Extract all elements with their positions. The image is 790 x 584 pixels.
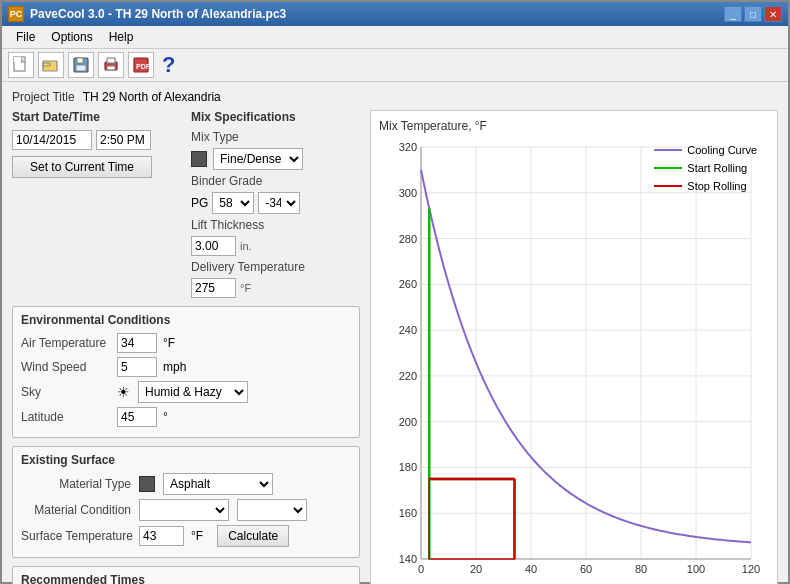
svg-rect-9 bbox=[107, 66, 115, 70]
wind-speed-input[interactable] bbox=[117, 357, 157, 377]
material-condition-select[interactable] bbox=[139, 499, 229, 521]
open-button[interactable] bbox=[38, 52, 64, 78]
lift-thickness-row: Lift Thickness bbox=[191, 218, 360, 232]
export-pdf-button[interactable]: PDF bbox=[128, 52, 154, 78]
svg-rect-5 bbox=[77, 58, 83, 63]
delivery-unit: °F bbox=[240, 282, 251, 294]
mix-type-input-row: Fine/Dense bbox=[191, 148, 360, 170]
date-input[interactable] bbox=[12, 130, 92, 150]
project-title-value: TH 29 North of Alexandria bbox=[83, 90, 221, 104]
legend-cooling-label: Cooling Curve bbox=[687, 141, 757, 159]
sky-select[interactable]: Clear Partly Cloudy Overcast Humid & Haz… bbox=[138, 381, 248, 403]
svg-text:PDF: PDF bbox=[136, 63, 150, 70]
pg-value2-select[interactable]: -34 bbox=[258, 192, 300, 214]
content-area: Project Title TH 29 North of Alexandria … bbox=[2, 82, 788, 584]
material-type-label: Material Type bbox=[21, 477, 131, 491]
legend-stop-rolling-label: Stop Rolling bbox=[687, 177, 746, 195]
binder-grade-row: Binder Grade bbox=[191, 174, 360, 188]
chart-title: Mix Temperature, °F bbox=[379, 119, 769, 133]
chart-legend: Cooling Curve Start Rolling Stop Rolling bbox=[654, 141, 757, 195]
stop-rolling-line bbox=[654, 185, 682, 187]
surface-temp-label: Surface Temperature bbox=[21, 529, 131, 543]
lift-unit: in. bbox=[240, 240, 252, 252]
air-temp-row: Air Temperature °F bbox=[21, 333, 351, 353]
delivery-inputs: °F bbox=[191, 278, 360, 298]
svg-rect-1 bbox=[14, 57, 21, 62]
legend-stop-rolling: Stop Rolling bbox=[654, 177, 757, 195]
delivery-temp-label: Delivery Temperature bbox=[191, 260, 305, 274]
mix-type-select[interactable]: Fine/Dense bbox=[213, 148, 303, 170]
minimize-button[interactable]: _ bbox=[724, 6, 742, 22]
air-temp-unit: °F bbox=[163, 336, 175, 350]
menu-file[interactable]: File bbox=[8, 28, 43, 46]
sky-label: Sky bbox=[21, 385, 111, 399]
delivery-value-input[interactable] bbox=[191, 278, 236, 298]
help-button[interactable]: ? bbox=[162, 52, 175, 78]
project-title-label: Project Title bbox=[12, 90, 75, 104]
material-type-row: Material Type Asphalt bbox=[21, 473, 351, 495]
surface-temp-input[interactable] bbox=[139, 526, 184, 546]
close-button[interactable]: ✕ bbox=[764, 6, 782, 22]
title-bar: PC PaveCool 3.0 - TH 29 North of Alexand… bbox=[2, 2, 788, 26]
project-title-row: Project Title TH 29 North of Alexandria bbox=[12, 90, 778, 104]
legend-cooling: Cooling Curve bbox=[654, 141, 757, 159]
surface-temp-row: Surface Temperature °F Calculate bbox=[21, 525, 351, 547]
pg-label: PG bbox=[191, 196, 208, 210]
wind-speed-row: Wind Speed mph bbox=[21, 357, 351, 377]
air-temp-label: Air Temperature bbox=[21, 336, 111, 350]
title-bar-left: PC PaveCool 3.0 - TH 29 North of Alexand… bbox=[8, 6, 286, 22]
menu-bar: File Options Help bbox=[2, 26, 788, 49]
latitude-input[interactable] bbox=[117, 407, 157, 427]
delivery-temp-row: Delivery Temperature bbox=[191, 260, 360, 274]
existing-surface-label: Existing Surface bbox=[21, 453, 351, 467]
wind-speed-unit: mph bbox=[163, 360, 186, 374]
air-temp-input[interactable] bbox=[117, 333, 157, 353]
latitude-label: Latitude bbox=[21, 410, 111, 424]
binder-grade-label: Binder Grade bbox=[191, 174, 262, 188]
svg-rect-8 bbox=[107, 58, 115, 63]
lift-inputs: in. bbox=[191, 236, 360, 256]
latitude-row: Latitude ° bbox=[21, 407, 351, 427]
app-icon: PC bbox=[8, 6, 24, 22]
new-button[interactable] bbox=[8, 52, 34, 78]
set-current-time-button[interactable]: Set to Current Time bbox=[12, 156, 152, 178]
lift-value-input[interactable] bbox=[191, 236, 236, 256]
material-condition-select2[interactable] bbox=[237, 499, 307, 521]
print-button[interactable] bbox=[98, 52, 124, 78]
latitude-unit: ° bbox=[163, 410, 168, 424]
existing-surface-section: Existing Surface Material Type Asphalt M… bbox=[12, 446, 360, 558]
calculate-button[interactable]: Calculate bbox=[217, 525, 289, 547]
environmental-section: Environmental Conditions Air Temperature… bbox=[12, 306, 360, 438]
pg-value1-select[interactable]: 58 bbox=[212, 192, 254, 214]
main-area: Start Date/Time Set to Current Time Mix … bbox=[12, 110, 778, 584]
mix-specs-section: Mix Specifications Mix Type Fine/Dense B… bbox=[191, 110, 360, 298]
start-datetime-label: Start Date/Time bbox=[12, 110, 181, 124]
start-rolling-line bbox=[654, 167, 682, 169]
chart-area: Mix Temperature, °F Cooling Curve Start … bbox=[370, 110, 778, 584]
material-type-select[interactable]: Asphalt bbox=[163, 473, 273, 495]
surface-temp-unit: °F bbox=[191, 529, 203, 543]
legend-start-rolling: Start Rolling bbox=[654, 159, 757, 177]
menu-options[interactable]: Options bbox=[43, 28, 100, 46]
material-condition-row: Material Condition bbox=[21, 499, 351, 521]
svg-rect-6 bbox=[76, 65, 86, 71]
maximize-button[interactable]: □ bbox=[744, 6, 762, 22]
start-datetime-section: Start Date/Time Set to Current Time bbox=[12, 110, 181, 298]
wind-speed-label: Wind Speed bbox=[21, 360, 111, 374]
environmental-label: Environmental Conditions bbox=[21, 313, 351, 327]
material-type-icon bbox=[139, 476, 155, 492]
recommended-section: Recommended Times Start Rolling minutes … bbox=[12, 566, 360, 584]
lift-thickness-label: Lift Thickness bbox=[191, 218, 264, 232]
recommended-label: Recommended Times bbox=[21, 573, 351, 584]
temperature-chart bbox=[379, 137, 769, 584]
mix-type-row: Mix Type bbox=[191, 130, 360, 144]
sky-row: Sky ☀ Clear Partly Cloudy Overcast Humid… bbox=[21, 381, 351, 403]
time-input[interactable] bbox=[96, 130, 151, 150]
mix-type-icon bbox=[191, 151, 207, 167]
window-title: PaveCool 3.0 - TH 29 North of Alexandria… bbox=[30, 7, 286, 21]
legend-start-rolling-label: Start Rolling bbox=[687, 159, 747, 177]
save-button[interactable] bbox=[68, 52, 94, 78]
menu-help[interactable]: Help bbox=[101, 28, 142, 46]
material-condition-label: Material Condition bbox=[21, 503, 131, 517]
datetime-inputs bbox=[12, 130, 181, 150]
